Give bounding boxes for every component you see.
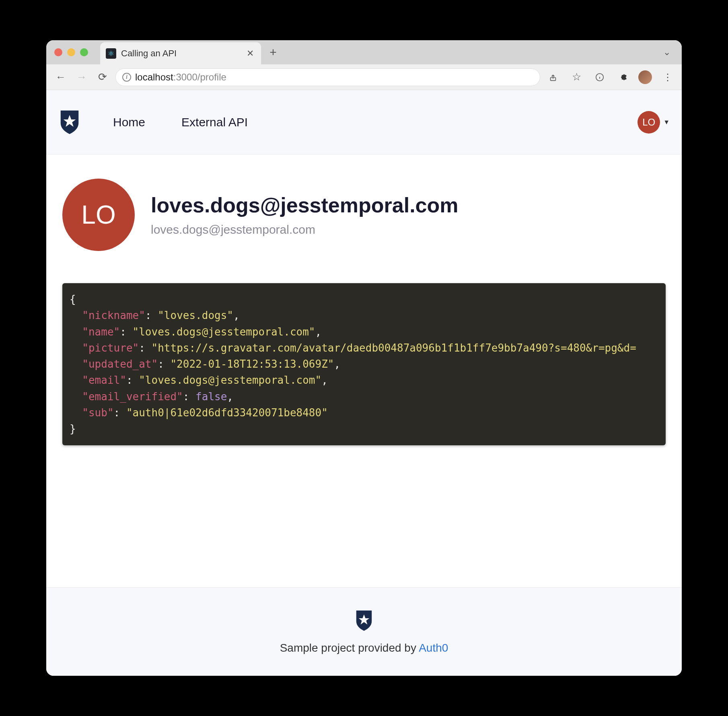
menu-button[interactable]: ⋮ (659, 69, 675, 85)
app-header: Home External API LO ▼ (46, 90, 682, 154)
browser-tab[interactable]: ⚛ Calling an API ✕ (100, 42, 261, 65)
back-button[interactable]: ← (53, 69, 69, 85)
forward-button[interactable]: → (74, 69, 90, 85)
profile-json-block: { "nickname": "loves.dogs", "name": "lov… (62, 283, 666, 445)
profile-avatar: LO (62, 179, 135, 251)
info-circle-icon[interactable] (592, 69, 608, 85)
url-bar[interactable]: i localhost:3000/profile (115, 68, 540, 86)
new-tab-button[interactable]: + (265, 45, 281, 59)
maximize-window-button[interactable] (80, 48, 88, 56)
toolbar-right: ☆ ⋮ (545, 69, 675, 85)
nav-home[interactable]: Home (113, 115, 145, 129)
app-footer: Sample project provided by Auth0 (46, 587, 682, 676)
url-host: localhost (135, 72, 173, 82)
close-window-button[interactable] (54, 48, 62, 56)
json-val-email: "loves.dogs@jesstemporal.com" (139, 374, 321, 386)
nav-external-api[interactable]: External API (181, 115, 248, 129)
json-val-picture: "https://s.gravatar.com/avatar/daedb0048… (152, 342, 636, 354)
url-text: localhost:3000/profile (135, 72, 226, 83)
window-controls (54, 48, 88, 56)
tab-title: Calling an API (121, 48, 242, 59)
json-key-email: "email" (82, 374, 126, 386)
json-key-picture: "picture" (82, 342, 139, 354)
profile-avatar-icon[interactable] (638, 70, 652, 84)
footer-auth0-link[interactable]: Auth0 (419, 642, 448, 654)
browser-toolbar: ← → ⟳ i localhost:3000/profile ☆ ⋮ (46, 64, 682, 90)
titlebar: ⚛ Calling an API ✕ + ⌄ (46, 40, 682, 64)
user-menu[interactable]: LO ▼ (638, 111, 670, 134)
tab-overflow-button[interactable]: ⌄ (663, 47, 670, 58)
footer-text-label: Sample project provided by (280, 642, 419, 654)
json-val-name: "loves.dogs@jesstemporal.com" (133, 326, 315, 338)
json-val-updated: "2022-01-18T12:53:13.069Z" (170, 358, 334, 370)
profile-title: loves.dogs@jesstemporal.com (151, 193, 459, 217)
caret-down-icon: ▼ (663, 119, 670, 126)
footer-shield-icon (354, 609, 374, 632)
bookmark-icon[interactable]: ☆ (568, 69, 584, 85)
minimize-window-button[interactable] (67, 48, 75, 56)
json-key-email-verified: "email_verified" (82, 391, 183, 403)
footer-text: Sample project provided by Auth0 (280, 642, 448, 654)
profile-subtitle: loves.dogs@jesstemporal.com (151, 223, 459, 237)
react-icon: ⚛ (106, 48, 116, 59)
auth0-shield-icon (58, 109, 81, 135)
json-val-email-verified: false (195, 391, 227, 403)
reload-button[interactable]: ⟳ (95, 69, 111, 85)
close-tab-button[interactable]: ✕ (247, 48, 254, 59)
json-key-updated: "updated_at" (82, 358, 158, 370)
extensions-icon[interactable] (615, 69, 631, 85)
json-key-nickname: "nickname" (82, 309, 145, 321)
site-info-icon[interactable]: i (122, 73, 131, 82)
json-key-name: "name" (82, 326, 120, 338)
json-val-nickname: "loves.dogs" (158, 309, 233, 321)
profile-text: loves.dogs@jesstemporal.com loves.dogs@j… (151, 193, 459, 237)
url-path: :3000/profile (173, 72, 226, 82)
json-key-sub: "sub" (82, 407, 113, 419)
user-avatar-small: LO (638, 111, 660, 134)
json-val-sub: "auth0|61e02d6dfd33420071be8480" (126, 407, 328, 419)
page-content: LO loves.dogs@jesstemporal.com loves.dog… (46, 154, 682, 587)
profile-header: LO loves.dogs@jesstemporal.com loves.dog… (62, 179, 666, 251)
browser-window: ⚛ Calling an API ✕ + ⌄ ← → ⟳ i localhost… (46, 40, 682, 676)
share-icon[interactable] (545, 69, 561, 85)
main-nav: Home External API (113, 115, 248, 129)
